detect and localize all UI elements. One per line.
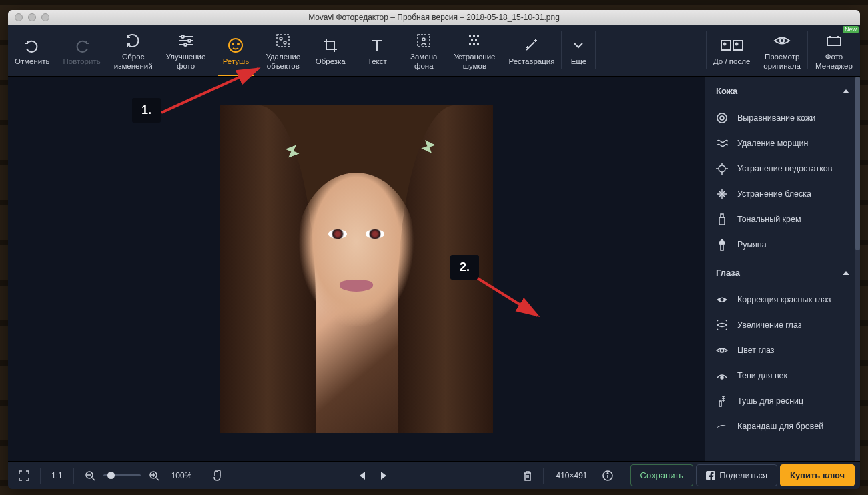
sliders-icon [177,31,195,50]
max-dot[interactable] [41,13,49,21]
svg-point-26 [780,39,784,43]
canvas-area[interactable]: 1. 2. [8,77,705,461]
svg-line-52 [156,478,159,480]
svg-point-30 [717,113,727,123]
object-remove-icon [276,31,290,50]
retouch-button[interactable]: Ретушь [212,25,259,76]
next-button[interactable] [374,467,393,484]
svg-point-11 [284,41,286,44]
face-icon [227,36,244,55]
retouch-sidebar: Кожа Выравнивание кожи Удаление морщин У… [705,77,860,461]
zoom-in-icon [149,470,159,481]
svg-point-1 [181,35,184,38]
wand-icon [524,36,540,55]
next-icon [380,471,388,480]
info-button[interactable] [597,466,618,485]
image-dimensions: 410×491 [549,471,594,480]
info-icon [602,470,613,481]
svg-point-31 [720,116,724,120]
zoom-slider[interactable] [103,474,141,476]
noise-icon [467,31,482,50]
zoom-in-button[interactable] [143,466,165,485]
svg-point-42 [721,376,723,379]
brush-icon [716,239,728,251]
zoom-value: 100% [167,471,196,480]
buy-key-button[interactable]: Купить ключ [780,464,855,486]
svg-rect-17 [471,39,473,41]
enhance-button[interactable]: Улучшение фото [159,25,213,76]
compare-icon [720,36,744,55]
svg-point-13 [422,38,425,41]
svg-rect-18 [475,39,477,41]
eyeshadow[interactable]: Тени для век [705,363,860,388]
svg-rect-39 [721,244,723,250]
svg-point-57 [607,472,608,474]
skin-smoothing[interactable]: Выравнивание кожи [705,105,860,131]
blush[interactable]: Румяна [705,232,860,258]
remove-objects-button[interactable]: Удаление объектов [259,25,307,76]
view-original-button[interactable]: Просмотр оригинала [757,25,807,76]
section-eyes[interactable]: Глаза [705,258,860,287]
window-title: Movavi Фоторедактор – Пробная версия – 2… [8,13,860,22]
titlebar: Movavi Фоторедактор – Пробная версия – 2… [8,10,860,25]
prev-button[interactable] [353,467,372,484]
eye-expand-icon [716,319,728,331]
sidebar-scrollbar[interactable] [855,77,860,461]
svg-rect-22 [721,41,731,50]
svg-rect-23 [733,41,743,50]
callout-1: 1. [132,98,161,123]
eye-outline-icon [716,344,728,356]
section-skin[interactable]: Кожа [705,77,860,105]
facebook-icon [706,471,715,480]
svg-rect-37 [719,217,725,225]
eyebrow-pencil[interactable]: Карандаш для бровей [705,414,860,439]
svg-rect-16 [477,35,479,37]
collapse-icon [843,89,849,93]
share-button[interactable]: Поделиться [696,464,777,486]
svg-rect-38 [721,214,723,217]
before-after-button[interactable]: До / после [707,25,757,76]
mascara[interactable]: Тушь для ресниц [705,388,860,414]
fullscreen-button[interactable] [13,466,35,485]
trash-icon [523,470,532,481]
zoom-out-button[interactable] [79,466,101,485]
change-bg-button[interactable]: Замена фона [400,25,447,76]
target-icon [716,163,728,175]
save-button[interactable]: Сохранить [630,464,694,486]
window-controls[interactable] [8,13,49,21]
svg-rect-15 [473,35,475,37]
prev-icon [358,471,366,480]
smooth-icon [716,112,728,124]
close-dot[interactable] [15,13,23,21]
photo-manager-button[interactable]: New Фото Менеджер [808,25,860,76]
svg-point-8 [238,43,239,45]
undo-button[interactable]: Отменить [8,25,57,76]
blemish-removal[interactable]: Устранение недостатков [705,156,860,181]
bottle-icon [716,213,728,225]
reset-button[interactable]: Сброс изменений [107,25,159,76]
more-button[interactable]: Ещё [562,25,595,76]
min-dot[interactable] [28,13,36,21]
eye-color[interactable]: Цвет глаз [705,338,860,363]
eye-solid-icon [716,294,728,306]
eye-enlarge[interactable]: Увеличение глаз [705,312,860,338]
brow-icon [716,420,728,432]
svg-rect-43 [719,401,721,406]
main-toolbar: Отменить Повторить Сброс изменений Улучш… [8,25,860,77]
restore-button[interactable]: Реставрация [502,25,562,76]
wrinkle-removal[interactable]: Удаление морщин [705,131,860,156]
delete-button[interactable] [518,466,538,485]
hand-tool-button[interactable] [207,466,228,486]
collapse-icon [843,271,849,275]
fit-1-1-button[interactable]: 1:1 [46,467,68,484]
shine-removal[interactable]: Устранение блеска [705,181,860,207]
svg-point-10 [280,37,282,40]
redo-button[interactable]: Повторить [57,25,107,76]
foundation[interactable]: Тональный крем [705,207,860,232]
crop-button[interactable]: Обрезка [307,25,354,76]
text-button[interactable]: Текст [354,25,400,76]
svg-point-7 [232,43,234,45]
red-eye-correction[interactable]: Коррекция красных глаз [705,287,860,312]
denoise-button[interactable]: Устранение шумов [447,25,502,76]
svg-point-5 [184,43,187,46]
